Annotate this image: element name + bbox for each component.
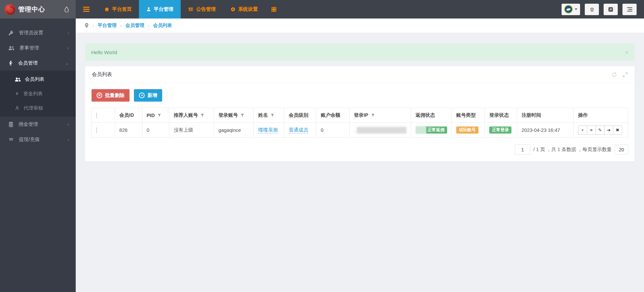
log-list-button[interactable] xyxy=(622,4,637,15)
header-account-type: 账号类型 xyxy=(452,108,485,123)
sidebar-item-admin-settings[interactable]: 管理员设置 ‹ xyxy=(0,25,76,40)
fullscreen-icon[interactable] xyxy=(622,72,628,77)
add-new-label: 新增 xyxy=(147,92,157,99)
nav-tab-label: 平台管理 xyxy=(154,6,173,12)
location-pin-icon xyxy=(84,23,89,28)
home-icon xyxy=(104,7,109,12)
list-icon xyxy=(627,7,633,12)
database-icon xyxy=(8,122,13,127)
sidebar-subitem-agent-review[interactable]: 代理审核 xyxy=(0,101,76,115)
sidebar-item-event-manage[interactable]: 赛事管理 ‹ xyxy=(0,40,76,56)
cell-account-type: 试玩账号 xyxy=(452,123,485,138)
cell-member-id: 826 xyxy=(115,123,142,138)
batch-delete-button[interactable]: ✕ 批量删除 xyxy=(92,89,130,102)
success-alert: Hello World × xyxy=(85,43,635,61)
user-avatar-button[interactable] xyxy=(562,4,580,15)
header-register-time: 注册时间 xyxy=(517,108,574,123)
select-all-checkbox[interactable] xyxy=(96,112,97,118)
sidebar-item-label: 提现/充值 xyxy=(19,136,40,143)
redaction-artifact xyxy=(416,126,426,134)
close-icon[interactable]: × xyxy=(625,49,629,56)
sidebar-subitem-funds-list[interactable]: ¥ 资金列表 xyxy=(0,86,76,101)
header-login-account: 登录账号 xyxy=(214,108,254,123)
nav-tab-system-settings[interactable]: 系统设置 xyxy=(223,0,265,19)
member-list-panel: 会员列表 ✕ 批量删除 xyxy=(85,66,635,161)
row-transfer-button[interactable]: ➜ xyxy=(604,125,613,135)
sidebar-item-member-manage[interactable]: 会员管理 ⌄ xyxy=(0,56,76,71)
table-row: 826 0 没有上级 gagaqince 嘎嘎亲测 普通成员 0 . xyxy=(92,123,628,138)
trash-button[interactable] xyxy=(585,4,599,15)
agent-icon xyxy=(15,106,20,111)
row-checkbox[interactable] xyxy=(96,127,97,133)
users-icon xyxy=(15,77,21,82)
cell-login-account: gagaqince xyxy=(214,123,254,138)
breadcrumb-link-member-manage[interactable]: 会员管理 xyxy=(126,23,144,29)
redacted-ip-blur xyxy=(357,127,406,134)
droplet-icon[interactable] xyxy=(64,6,69,12)
header-name: 姓名 xyxy=(254,108,284,123)
chevron-left-icon: ‹ xyxy=(68,137,69,142)
sidebar-subitem-member-list[interactable]: 会员列表 xyxy=(0,72,76,86)
filter-icon[interactable] xyxy=(241,113,244,117)
sidebar-subitem-label: 会员列表 xyxy=(25,76,44,82)
nav-tab-platform-manage[interactable]: 平台管理 xyxy=(139,0,181,19)
apps-grid-icon[interactable] xyxy=(265,0,283,19)
main-area: › 平台管理 › 会员管理 › 会员列表 Hello World × 会员列表 xyxy=(76,19,644,292)
content: Hello World × 会员列表 xyxy=(76,33,644,292)
circle-x-icon: ✕ xyxy=(97,93,102,98)
filter-icon[interactable] xyxy=(157,113,161,117)
filter-icon[interactable] xyxy=(271,113,274,117)
panel-title: 会员列表 xyxy=(92,71,112,78)
breadcrumb-separator: › xyxy=(93,23,94,28)
yen-icon: ¥ xyxy=(15,92,19,96)
nav-tab-announcement-manage[interactable]: 公告管理 xyxy=(181,0,223,19)
breadcrumb-separator: › xyxy=(148,23,149,28)
gear-icon xyxy=(230,7,236,12)
open-external-button[interactable] xyxy=(604,4,618,15)
member-level-edit-link[interactable]: 普通成员 xyxy=(289,127,308,134)
breadcrumb: › 平台管理 › 会员管理 › 会员列表 xyxy=(76,19,644,33)
brand-area: 管理中心 xyxy=(0,0,76,19)
pagination: / 1 页 ，共 1 条数据 ，每页显示数量 xyxy=(92,144,628,155)
add-new-button[interactable]: + 新增 xyxy=(134,89,162,102)
cell-register-time: 2023-04-23 16:47 xyxy=(517,123,574,138)
filter-icon[interactable] xyxy=(201,113,204,117)
name-edit-link[interactable]: 嘎嘎亲测 xyxy=(258,127,278,134)
sidebar-item-withdraw-recharge[interactable]: ₩ 提现/充值 ‹ xyxy=(0,132,76,147)
page-number-input[interactable] xyxy=(515,144,530,155)
sidebar-item-commission-manage[interactable]: 佣金管理 ‹ xyxy=(0,117,76,132)
user-icon xyxy=(146,7,151,12)
sidebar-item-label: 管理员设置 xyxy=(19,30,43,36)
row-detail-button[interactable]: ≡ xyxy=(587,125,596,135)
member-table: 会员ID PID 推荐人账号 登录账号 姓名 会员级别 账户余额 登录IP 返佣… xyxy=(92,108,628,138)
breadcrumb-link-member-list[interactable]: 会员列表 xyxy=(153,23,172,29)
nav-tab-label: 平台首页 xyxy=(112,6,132,12)
filter-icon[interactable] xyxy=(371,113,375,117)
header-select-all xyxy=(92,108,115,123)
ip-text: . xyxy=(354,127,355,133)
menu-toggle-icon[interactable] xyxy=(76,0,97,19)
header-pid: PID xyxy=(142,108,169,123)
cell-select xyxy=(92,123,115,138)
page-size-input[interactable] xyxy=(615,144,628,155)
nav-tab-platform-home[interactable]: 平台首页 xyxy=(97,0,139,19)
circle-plus-icon: + xyxy=(139,93,145,98)
panel-header: 会员列表 xyxy=(85,66,635,83)
header-referrer: 推荐人账号 xyxy=(169,108,214,123)
cell-login-ip: . xyxy=(349,123,411,138)
cell-balance: 0 xyxy=(316,123,350,138)
account-type-badge: 试玩账号 xyxy=(456,126,478,134)
row-add-button[interactable]: + xyxy=(578,125,587,135)
svg-text:¥: ¥ xyxy=(16,92,19,96)
external-link-icon xyxy=(608,7,613,12)
breadcrumb-link-platform-manage[interactable]: 平台管理 xyxy=(98,23,116,29)
row-delete-button[interactable]: ✖ xyxy=(613,125,622,135)
avatar xyxy=(564,5,573,13)
header-balance: 账户余额 xyxy=(316,108,350,123)
row-action-group: + ≡ ✎ ➜ ✖ xyxy=(578,125,622,135)
refresh-icon[interactable] xyxy=(612,72,617,77)
row-edit-button[interactable]: ✎ xyxy=(596,125,605,135)
header-login-status: 登录状态 xyxy=(485,108,517,123)
cell-referrer: 没有上级 xyxy=(169,123,214,138)
header-login-ip: 登录IP xyxy=(349,108,411,123)
